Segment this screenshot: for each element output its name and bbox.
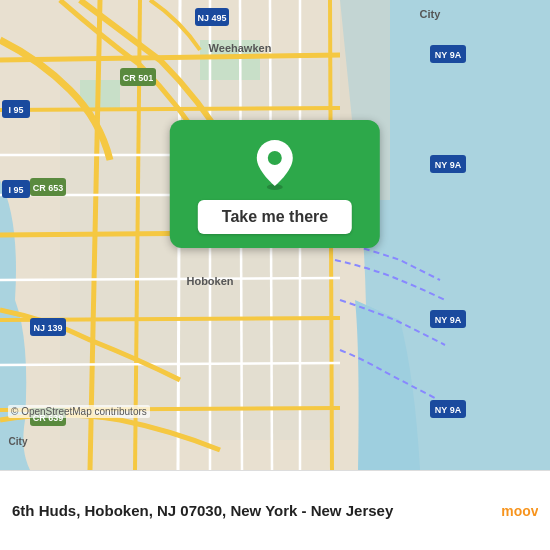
svg-text:I 95: I 95 — [8, 185, 23, 195]
svg-point-49 — [268, 151, 282, 165]
svg-text:Weehawken: Weehawken — [209, 42, 272, 54]
moovit-logo: moovit — [500, 492, 538, 530]
take-me-there-button[interactable]: Take me there — [198, 200, 352, 234]
button-overlay: Take me there — [170, 120, 380, 248]
svg-text:CR 501: CR 501 — [123, 73, 154, 83]
map-container: I 95 NJ 495 CR 501 NY 9A NY 9A NY 9A NY … — [0, 0, 550, 470]
svg-text:NY 9A: NY 9A — [435, 315, 462, 325]
osm-credit: © OpenStreetMap contributors — [8, 405, 150, 418]
svg-text:NJ 139: NJ 139 — [33, 323, 62, 333]
bottom-bar: 6th Huds, Hoboken, NJ 07030, New York - … — [0, 470, 550, 550]
address-text: 6th Huds, Hoboken, NJ 07030, New York - … — [12, 501, 490, 521]
svg-text:moovit: moovit — [501, 503, 538, 519]
location-pin-icon — [254, 138, 296, 190]
svg-text:NY 9A: NY 9A — [435, 405, 462, 415]
svg-text:NJ 495: NJ 495 — [197, 13, 226, 23]
svg-text:City: City — [9, 436, 28, 447]
svg-text:City: City — [420, 8, 442, 20]
moovit-icon: moovit — [500, 492, 538, 530]
svg-text:CR 653: CR 653 — [33, 183, 64, 193]
svg-text:I 95: I 95 — [8, 105, 23, 115]
svg-text:NY 9A: NY 9A — [435, 160, 462, 170]
svg-rect-1 — [60, 60, 340, 440]
green-panel: Take me there — [170, 120, 380, 248]
svg-text:Hoboken: Hoboken — [186, 275, 233, 287]
svg-text:NY 9A: NY 9A — [435, 50, 462, 60]
svg-line-14 — [0, 108, 340, 110]
